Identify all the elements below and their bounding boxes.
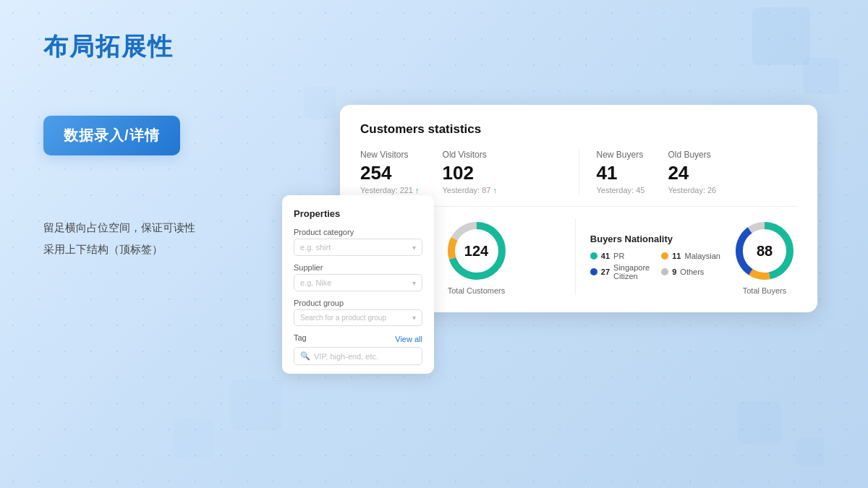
supplier-input[interactable]: e.g. Nike ▾ bbox=[294, 274, 422, 291]
total-customers-label: Total Customers bbox=[448, 286, 505, 295]
category-input[interactable]: e.g. shirt ▾ bbox=[294, 239, 422, 256]
gray-dot2-icon bbox=[661, 268, 668, 275]
old-visitors-trend-icon: ↑ bbox=[493, 186, 497, 194]
properties-title: Properties bbox=[294, 208, 422, 219]
desc-line1: 留足横向占位空间，保证可读性 bbox=[43, 217, 195, 239]
nationality-title: Buyers Nationality bbox=[590, 234, 720, 244]
teal-dot-icon bbox=[590, 252, 597, 260]
supplier-label: Supplier bbox=[294, 263, 422, 272]
visitors-section: New Visitors 254 Yesterday: 221 ↑ Old Vi… bbox=[360, 150, 579, 194]
nat-pr: 41 PR bbox=[590, 252, 650, 260]
total-customers-donut: 124 Total Customers bbox=[444, 218, 509, 295]
page-title: 布局拓展性 bbox=[43, 30, 174, 64]
category-arrow-icon: ▾ bbox=[412, 244, 416, 252]
tag-search-input[interactable]: 🔍 VIP, high-end, etc. bbox=[294, 347, 422, 365]
product-group-arrow-icon: ▾ bbox=[412, 314, 416, 322]
properties-panel: Properties Product category e.g. shirt ▾… bbox=[282, 195, 434, 374]
nat-others: 9 Others bbox=[661, 263, 720, 281]
old-visitors-item: Old Visitors 102 Yesterday: 87 ↑ bbox=[443, 150, 497, 194]
desc-line2: 采用上下结构（顶标签） bbox=[43, 239, 195, 260]
supplier-arrow-icon: ▾ bbox=[412, 279, 416, 287]
view-all-link[interactable]: View all bbox=[395, 335, 422, 343]
darkblue-dot-icon bbox=[590, 268, 597, 275]
new-visitors-trend-icon: ↑ bbox=[415, 186, 420, 194]
total-buyers-label: Total Buyers bbox=[743, 286, 787, 295]
product-group-input[interactable]: Search for a product group ▾ bbox=[294, 309, 422, 326]
category-label: Product category bbox=[294, 228, 422, 236]
nat-malaysian: 11 Malaysian bbox=[661, 252, 720, 260]
total-buyers-number: 88 bbox=[757, 244, 773, 258]
buyers-section: New Buyers 41 Yesterday: 45 Old Buyers 2… bbox=[579, 150, 798, 194]
nationality-section: Buyers Nationality 41 PR 11 Malaysian bbox=[576, 218, 797, 295]
new-visitors-item: New Visitors 254 Yesterday: 221 ↑ bbox=[360, 150, 420, 194]
orange-dot2-icon bbox=[661, 252, 668, 260]
product-group-label: Product group bbox=[294, 299, 422, 307]
nat-singapore: 27 Singapore Citizen bbox=[590, 263, 650, 281]
new-buyers-item: New Buyers 41 Yesterday: 45 bbox=[597, 150, 645, 194]
stats-title: Customers statistics bbox=[360, 122, 797, 137]
badge-button[interactable]: 数据录入/详情 bbox=[43, 116, 180, 155]
old-buyers-item: Old Buyers 24 Yesterday: 26 bbox=[668, 150, 716, 194]
description: 留足横向占位空间，保证可读性 采用上下结构（顶标签） bbox=[43, 217, 195, 260]
tag-label: Tag bbox=[294, 333, 307, 342]
total-customers-number: 124 bbox=[464, 244, 488, 258]
search-icon: 🔍 bbox=[300, 351, 310, 361]
total-buyers-donut: 88 Total Buyers bbox=[732, 218, 797, 295]
